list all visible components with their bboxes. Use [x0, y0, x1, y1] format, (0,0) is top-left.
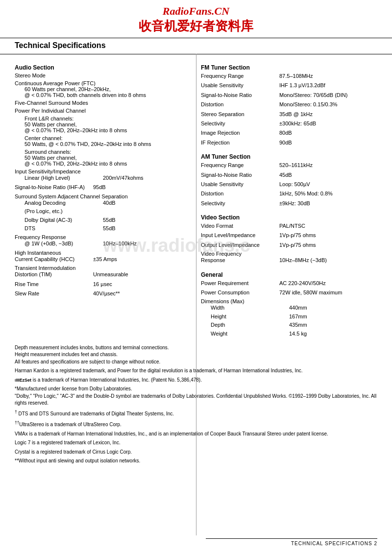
am-distortion-val: 1kHz, 50% Mod: 0.8%: [279, 190, 377, 197]
audio-section-title: Audio Section: [15, 64, 191, 71]
snr-label: Signal-to-Noise Ratio (IHF-A): [15, 184, 93, 191]
page-footer: TECHNICAL SPECIFICATIONS 2: [206, 538, 377, 546]
video-output-level-val: 1Vp-p/75 ohms: [279, 241, 377, 249]
fm-usable-sens-val: IHF 1.3 µV/13.2dBf: [279, 82, 377, 89]
rise-time-val: 16 µsec: [93, 281, 191, 288]
am-freq-range-label: Frequency Range: [201, 162, 279, 169]
weight-val: 14.5 kg: [289, 330, 377, 338]
surround-sep-block: Surround System Adjacent Channel Separat…: [15, 193, 191, 233]
video-response-val: 10Hz–8MHz (−3dB): [279, 257, 377, 264]
slew-rate-val: 40V/µsec**: [93, 290, 191, 297]
front-lr-val2: @ < 0.07% THD, 20Hz–20kHz into 8 ohms: [24, 127, 191, 133]
transient-block: Transient Intermodulation Distortion (TI…: [15, 265, 191, 278]
site-title-cn: 收音机爱好者资料库: [0, 18, 392, 35]
distortion-label: Distortion (TIM): [15, 271, 93, 278]
fm-freq-range-row: Frequency Range 87.5–108MHz: [201, 72, 377, 80]
continuous-power-block: Continuous Average Power (FTC) 60 Watts …: [15, 80, 191, 98]
fm-distortion-row: Distortion Mono/Stereo: 0.15/0.3%: [201, 101, 377, 108]
dimensions-label: Dimensions (Max): [201, 298, 377, 304]
slew-rate-row: Slew Rate 40V/µsec**: [15, 290, 191, 297]
center-val1: 50 Watts, @ < 0.07% THD, 20Hz–20kHz into…: [24, 141, 191, 147]
am-distortion-row: Distortion 1kHz, 50% Mod: 0.8%: [201, 190, 377, 197]
am-usable-sens-val: Loop: 500µV: [279, 181, 377, 188]
video-format-label: Video Format: [201, 222, 279, 230]
am-section-title: AM Tuner Section: [201, 153, 377, 160]
distortion-row: Distortion (TIM) Unmeasurable: [15, 271, 191, 278]
slew-rate-label: Slew Rate: [15, 290, 93, 297]
fm-if-rej-label: IF Rejection: [201, 139, 279, 146]
surround-sep-label: Surround System Adjacent Channel Separat…: [15, 193, 191, 199]
prologic-label: (Pro Logic, etc.): [24, 208, 103, 215]
front-lr-val1: 50 Watts per channel,: [24, 121, 191, 127]
power-req-row: Power Requirement AC 220-240V/50Hz: [201, 280, 377, 287]
dolby-row: Dolby Digital (AC-3) 55dB: [24, 217, 191, 224]
fm-distortion-val: Mono/Stereo: 0.15/0.3%: [279, 101, 377, 108]
fm-selectivity-val: ±300kHz: 65dB: [279, 120, 377, 127]
vertical-divider: [196, 54, 196, 535]
power-req-val: AC 220-240V/50Hz: [279, 280, 377, 287]
fm-freq-range-val: 87.5–108MHz: [279, 72, 377, 80]
power-cons-val: 72W idle, 580W maximum: [279, 289, 377, 296]
surround-label: Surround channels:: [24, 149, 191, 155]
prologic-row: (Pro Logic, etc.): [24, 208, 191, 215]
height-label: Height: [211, 313, 289, 320]
fm-usable-sens-row: Usable Sensitivity IHF 1.3 µV/13.2dBf: [201, 82, 377, 89]
fm-image-rej-row: Image Rejection 80dB: [201, 129, 377, 137]
video-response-row: Response 10Hz–8MHz (−3dB): [201, 257, 377, 264]
am-snr-val: 45dB: [279, 171, 377, 179]
am-freq-range-row: Frequency Range 520–1611kHz: [201, 162, 377, 169]
fm-if-rej-row: IF Rejection 90dB: [201, 139, 377, 146]
video-section-title: Video Section: [201, 214, 377, 221]
analog-row: Analog Decoding 40dB: [24, 199, 191, 207]
video-output-level-label: Output Level/Impedance: [201, 241, 279, 249]
dts-val: 55dB: [103, 225, 191, 232]
am-usable-sens-label: Usable Sensitivity: [201, 181, 279, 188]
current-cap-row: Current Capability (HCC) ±35 Amps: [15, 256, 191, 263]
freq-resp-label: Frequency Response: [15, 234, 191, 240]
power-req-label: Power Requirement: [201, 280, 279, 287]
depth-row: Depth 435mm: [211, 321, 377, 329]
surround-block: Surround channels: 50 Watts per channel,…: [24, 149, 191, 167]
continuous-power-label: Continuous Average Power (FTC): [15, 80, 191, 86]
fm-snr-label: Signal-to-Noise Ratio: [201, 92, 279, 99]
analog-val: 40dB: [103, 199, 191, 207]
snr-val: 95dB: [93, 184, 191, 191]
dts-row: DTS 55dB: [24, 225, 191, 232]
am-snr-row: Signal-to-Noise Ratio 45dB: [201, 171, 377, 179]
freq-resp-sub-row: @ 1W (+0dB, −3dB) 10Hz–100kHz: [24, 240, 191, 247]
width-row: Width 440mm: [211, 304, 377, 312]
am-usable-sens-row: Usable Sensitivity Loop: 500µV: [201, 181, 377, 188]
surround-val2: @ < 0.07% THD, 20Hz–20kHz into 8 ohms: [24, 161, 191, 167]
center-label: Center channel:: [24, 135, 191, 141]
fm-freq-range-label: Frequency Range: [201, 72, 279, 80]
video-output-level-row: Output Level/Impedance 1Vp-p/75 ohms: [201, 241, 377, 249]
video-freq-block: Video Frequency Response 10Hz–8MHz (−3dB…: [201, 251, 377, 264]
fm-selectivity-label: Selectivity: [201, 120, 279, 127]
front-lr-block: Front L&R channels: 50 Watts per channel…: [24, 116, 191, 133]
am-freq-range-val: 520–1611kHz: [279, 162, 377, 169]
video-format-val: PAL/NTSC: [279, 222, 377, 230]
power-60w-line2: @ < 0.07% THD, both channels driven into…: [24, 92, 191, 98]
fm-selectivity-row: Selectivity ±300kHz: 65dB: [201, 120, 377, 127]
video-format-row: Video Format PAL/NTSC: [201, 222, 377, 230]
fm-image-rej-val: 80dB: [279, 129, 377, 137]
fm-snr-val: Mono/Stereo: 70/65dB (DIN): [279, 92, 377, 99]
right-column: FM Tuner Section Frequency Range 87.5–10…: [201, 59, 377, 339]
am-snr-label: Signal-to-Noise Ratio: [201, 171, 279, 179]
linear-row: Linear (High Level) 200mV/47kohms: [24, 174, 191, 182]
fm-distortion-label: Distortion: [201, 101, 279, 108]
fm-usable-sens-label: Usable Sensitivity: [201, 82, 279, 89]
page-header: RadioFans.CN 收音机爱好者资料库: [0, 0, 392, 38]
dolby-val: 55dB: [103, 217, 191, 224]
site-title-en: RadioFans.CN: [0, 5, 392, 18]
rise-time-label: Rise Time: [15, 281, 93, 288]
distortion-val: Unmeasurable: [93, 271, 191, 278]
am-selectivity-row: Selectivity ±9kHz: 30dB: [201, 200, 377, 207]
input-sens-block: Input Sensitivity/Impedance Linear (High…: [15, 169, 191, 182]
fm-image-rej-label: Image Rejection: [201, 129, 279, 137]
center-block: Center channel: 50 Watts, @ < 0.07% THD,…: [24, 135, 191, 147]
fm-stereo-sep-label: Stereo Separation: [201, 111, 279, 118]
dolby-label: Dolby Digital (AC-3): [24, 217, 103, 224]
left-column: Audio Section Stereo Mode Continuous Ave…: [15, 59, 191, 339]
fm-stereo-sep-val: 35dB @ 1kHz: [279, 111, 377, 118]
